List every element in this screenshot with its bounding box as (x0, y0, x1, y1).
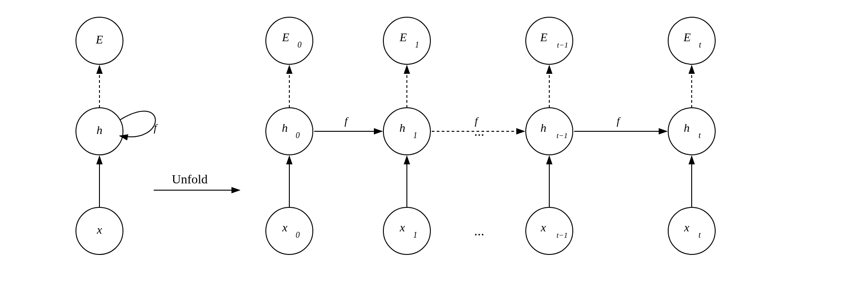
label-h: h (97, 124, 103, 137)
label-x0-sub: 0 (296, 230, 300, 240)
label-xt1: x (540, 221, 546, 234)
dots-h: ... (474, 124, 485, 139)
label-xt1-sub: t−1 (557, 231, 568, 240)
label-f-h0h1: f (344, 115, 349, 127)
label-Et1-sub: t−1 (557, 41, 568, 49)
label-E0: E (282, 31, 289, 44)
label-Et: E (683, 31, 691, 44)
dots-x: ... (474, 223, 485, 238)
label-unfold: Unfold (172, 172, 208, 186)
label-ht1-sub: t−1 (557, 131, 568, 140)
label-E1-sub: 1 (415, 40, 419, 49)
label-h1-sub: 1 (413, 131, 417, 140)
label-x: x (96, 223, 102, 236)
label-h0-sub: 0 (296, 131, 300, 140)
label-E: E (95, 33, 103, 46)
label-f-self: f (154, 122, 158, 134)
label-h0: h (282, 121, 288, 134)
label-E1: E (399, 31, 407, 44)
node-E0 (266, 17, 313, 64)
node-xt (668, 207, 715, 254)
label-xt: x (684, 221, 689, 234)
label-f-ht1ht: f (617, 115, 621, 127)
node-x1 (383, 207, 430, 254)
node-ht (668, 108, 715, 155)
label-x1: x (399, 221, 405, 234)
node-h1 (383, 108, 430, 155)
node-h0 (266, 108, 313, 155)
label-ht: h (684, 121, 690, 134)
node-E1 (383, 17, 430, 64)
label-x0: x (282, 221, 288, 234)
diagram-container: E h x f Unfold E 0 E 1 E t−1 (0, 0, 868, 302)
label-h1: h (400, 121, 406, 134)
rnn-diagram: E h x f Unfold E 0 E 1 E t−1 (0, 0, 868, 302)
label-ht1: h (541, 121, 547, 134)
label-x1-sub: 1 (413, 230, 417, 240)
label-E0-sub: 0 (297, 40, 302, 49)
label-Et1: E (540, 31, 547, 44)
node-x0 (266, 207, 313, 254)
edge-h-self (120, 111, 156, 137)
node-Et (668, 17, 715, 64)
